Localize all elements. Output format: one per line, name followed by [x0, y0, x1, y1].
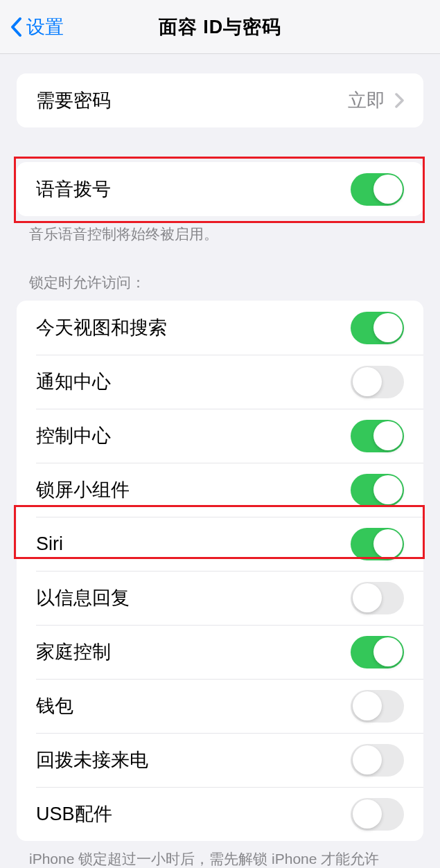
- row-lock-access-1: 通知中心: [17, 355, 423, 409]
- back-label: 设置: [26, 15, 64, 39]
- lock-access-label: 控制中心: [36, 423, 111, 448]
- toggle-knob-icon: [353, 691, 382, 720]
- row-lock-access-8: 回拨未接来电: [17, 733, 423, 787]
- row-lock-access-0: 今天视图和搜索: [17, 301, 423, 355]
- row-lock-access-5: 以信息回复: [17, 571, 423, 625]
- group-voice-dial: 语音拨号: [17, 162, 423, 216]
- voice-dial-toggle[interactable]: [351, 173, 404, 206]
- chevron-right-icon: [395, 93, 404, 108]
- voice-dial-label: 语音拨号: [36, 177, 111, 202]
- group-require-passcode: 需要密码 立即: [17, 73, 423, 127]
- page-title: 面容 ID与密码: [159, 15, 282, 39]
- lock-access-label: 通知中心: [36, 369, 111, 394]
- lock-access-toggle[interactable]: [351, 528, 404, 560]
- chevron-left-icon: [10, 17, 22, 37]
- lock-access-label: Siri: [36, 533, 63, 555]
- toggle-knob-icon: [373, 421, 403, 450]
- lock-access-header: 锁定时允许访问：: [0, 273, 440, 301]
- toggle-knob-icon: [353, 799, 382, 829]
- lock-access-label: 家庭控制: [36, 639, 111, 664]
- usb-footer: iPhone 锁定超过一小时后，需先解锁 iPhone 才能允许 USB 配件连…: [0, 841, 440, 868]
- lock-access-toggle[interactable]: [351, 366, 404, 398]
- toggle-knob-icon: [353, 367, 382, 396]
- lock-access-toggle[interactable]: [351, 690, 404, 723]
- lock-access-toggle[interactable]: [351, 420, 404, 452]
- row-right: 立即: [348, 88, 404, 113]
- row-lock-access-4: Siri: [17, 517, 423, 571]
- voice-dial-footer: 音乐语音控制将始终被启用。: [0, 216, 440, 244]
- lock-access-label: USB配件: [36, 801, 112, 826]
- lock-access-toggle[interactable]: [351, 474, 404, 506]
- nav-header: 设置 面容 ID与密码: [0, 0, 440, 54]
- lock-access-toggle[interactable]: [351, 636, 404, 668]
- row-lock-access-9: USB配件: [17, 787, 423, 841]
- require-passcode-value: 立即: [348, 88, 385, 113]
- lock-access-label: 今天视图和搜索: [36, 315, 167, 340]
- row-lock-access-7: 钱包: [17, 679, 423, 733]
- require-passcode-label: 需要密码: [36, 88, 111, 113]
- toggle-knob-icon: [373, 175, 403, 204]
- lock-access-label: 钱包: [36, 693, 73, 718]
- lock-access-label: 回拨未接来电: [36, 747, 148, 772]
- toggle-knob-icon: [373, 313, 403, 342]
- lock-access-toggle[interactable]: [351, 744, 404, 777]
- row-lock-access-2: 控制中心: [17, 409, 423, 463]
- lock-access-label: 以信息回复: [36, 585, 130, 610]
- group-lock-access: 今天视图和搜索通知中心控制中心锁屏小组件Siri以信息回复家庭控制钱包回拨未接来…: [17, 301, 423, 841]
- lock-access-toggle[interactable]: [351, 582, 404, 614]
- row-voice-dial: 语音拨号: [17, 162, 423, 216]
- row-require-passcode[interactable]: 需要密码 立即: [17, 73, 423, 127]
- toggle-knob-icon: [373, 475, 403, 504]
- toggle-knob-icon: [353, 583, 382, 612]
- toggle-knob-icon: [353, 745, 382, 774]
- lock-access-toggle[interactable]: [351, 798, 404, 831]
- row-lock-access-3: 锁屏小组件: [17, 463, 423, 517]
- toggle-knob-icon: [373, 637, 403, 666]
- row-lock-access-6: 家庭控制: [17, 625, 423, 679]
- back-button[interactable]: 设置: [0, 15, 64, 39]
- lock-access-label: 锁屏小组件: [36, 477, 130, 502]
- lock-access-toggle[interactable]: [351, 312, 404, 344]
- toggle-knob-icon: [373, 529, 403, 558]
